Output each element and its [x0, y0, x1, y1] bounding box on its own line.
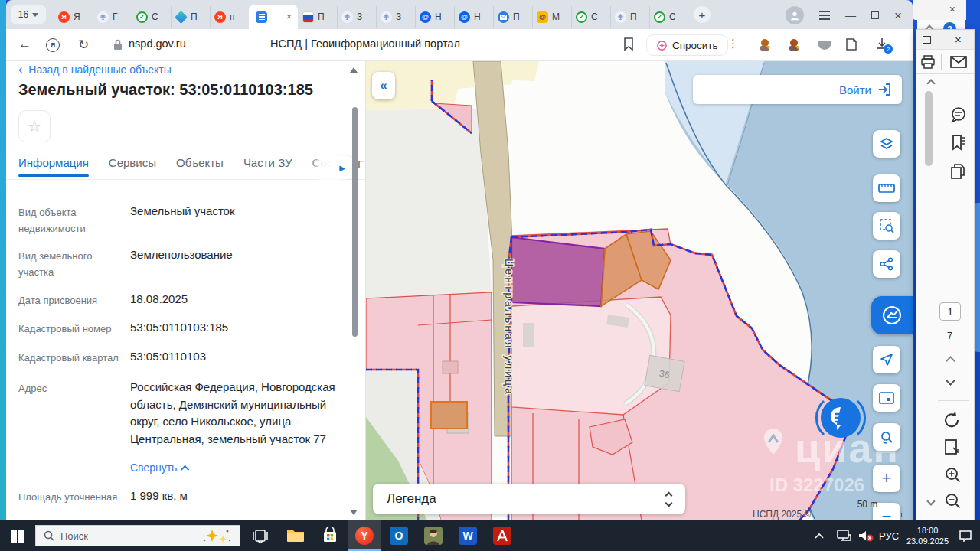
tab-information[interactable]: Информация — [18, 156, 89, 177]
close-button[interactable]: × — [955, 33, 962, 46]
page-number-input[interactable]: 1 — [939, 302, 961, 321]
close-button[interactable]: × — [894, 9, 902, 22]
copy-pages-icon[interactable] — [950, 163, 967, 180]
layers-button[interactable] — [873, 130, 900, 158]
scroll-up-icon[interactable] — [926, 79, 935, 87]
back-icon[interactable]: ← — [18, 37, 31, 52]
search-by-location-button[interactable] — [873, 423, 900, 451]
taskbar-search[interactable]: Поиск — [35, 525, 240, 546]
tab-envelope[interactable]: П — [493, 6, 532, 28]
back-to-results-link[interactable]: ‹ Назад в найденные объекты — [18, 63, 172, 77]
tab-mail-2[interactable]: @Н — [454, 6, 493, 28]
tab-yandex[interactable]: ЯЯ — [54, 6, 93, 28]
comment-icon[interactable] — [950, 106, 967, 123]
protect-icon[interactable] — [818, 41, 831, 50]
legend-expand-icon[interactable] — [666, 493, 671, 506]
ruler-button[interactable] — [873, 174, 900, 202]
tab-mailru[interactable]: @М — [532, 6, 571, 28]
bookmark-icon[interactable] — [623, 37, 634, 51]
microsoft-store-button[interactable] — [313, 520, 347, 551]
tabs-scroll-right-button[interactable]: ▶ — [331, 156, 354, 179]
word-button[interactable]: W — [451, 520, 485, 551]
zoom-out-icon[interactable] — [944, 492, 962, 510]
collections-icon[interactable] — [845, 37, 858, 51]
fit-page-icon[interactable] — [944, 439, 961, 457]
panel-scroll-down[interactable] — [350, 510, 358, 515]
tab-ruflag[interactable]: П — [298, 6, 337, 28]
extension-icon[interactable] — [758, 37, 772, 51]
print-icon[interactable] — [920, 55, 936, 69]
extension-icon[interactable] — [787, 37, 801, 51]
next-page-icon[interactable] — [946, 376, 956, 386]
tab-services[interactable]: Сервисы — [109, 156, 156, 177]
profile-avatar[interactable] — [786, 6, 804, 24]
tray-show-hidden[interactable] — [815, 520, 824, 551]
tab-gos-2[interactable]: З — [337, 6, 376, 28]
tab-parcel-parts[interactable]: Части ЗУ — [243, 156, 292, 177]
zoom-in-icon[interactable] — [944, 466, 962, 484]
rotate-icon[interactable] — [942, 411, 961, 429]
share-button[interactable] — [873, 250, 900, 278]
acrobat-button[interactable] — [485, 520, 519, 551]
volume-muted-icon[interactable] — [858, 520, 874, 551]
tab-nspd-active[interactable]: × — [249, 5, 298, 29]
previous-page-icon[interactable] — [946, 356, 956, 366]
notification-center-icon[interactable] — [959, 520, 972, 551]
tab-gos-3[interactable]: З — [376, 6, 415, 28]
outlook-button[interactable]: O — [382, 520, 416, 551]
tab-counter-button[interactable]: 16 — [11, 5, 46, 24]
panel-scroll-up[interactable] — [350, 67, 358, 73]
map-container[interactable]: 36 38 Центральная улица — [366, 61, 913, 520]
locate-button[interactable] — [873, 346, 900, 373]
tab-gosuslugi[interactable]: Г — [93, 6, 132, 28]
menu-icon[interactable] — [819, 8, 830, 22]
tab-objects[interactable]: Объекты — [176, 156, 224, 177]
tab-close-icon[interactable]: × — [286, 11, 292, 22]
tab-mail[interactable]: @Н — [415, 6, 454, 28]
language-indicator[interactable]: РУС — [879, 520, 899, 551]
url-text[interactable]: nspd.gov.ru — [129, 37, 186, 50]
tab-sber-2[interactable]: ✓С — [571, 6, 610, 28]
favorite-button[interactable]: ☆ — [18, 110, 51, 142]
chat-widget[interactable] — [810, 387, 871, 448]
parcel-selected[interactable] — [511, 237, 605, 306]
tab-yandex-2[interactable]: Яп — [210, 6, 249, 28]
tab-portal[interactable]: П — [171, 6, 210, 28]
tab-sber-3[interactable]: ✓С — [649, 6, 688, 28]
maximize-button[interactable] — [871, 11, 879, 19]
ask-alice-button[interactable]: Спросить — [646, 34, 728, 56]
login-button[interactable]: Войти — [693, 75, 902, 104]
downloads-icon[interactable]: 2 — [876, 37, 888, 51]
clock[interactable]: 18:0023.09.2025 — [906, 520, 954, 551]
user-photo-app-button[interactable] — [416, 520, 450, 551]
yandex-browser-button[interactable]: Y — [348, 520, 381, 551]
select-area-button[interactable] — [873, 212, 900, 240]
start-button[interactable] — [0, 520, 34, 551]
zoom-in-button[interactable]: + — [873, 465, 900, 492]
more-options-icon[interactable]: ⋮ — [727, 37, 739, 51]
tab-sber[interactable]: ✓С — [132, 6, 171, 28]
login-icon — [877, 83, 891, 96]
new-tab-button[interactable]: + — [694, 6, 710, 23]
pdf-scrollbar-thumb[interactable] — [925, 91, 933, 166]
refresh-icon[interactable]: ↻ — [78, 37, 89, 53]
maximize-button[interactable] — [923, 36, 931, 44]
bookmark-icon[interactable] — [950, 134, 967, 151]
yandex-home-icon[interactable]: Я — [46, 38, 60, 52]
file-explorer-button[interactable] — [279, 520, 312, 551]
scroll-down-icon[interactable] — [926, 497, 935, 505]
panel-scrollbar-thumb[interactable] — [352, 107, 358, 337]
close-icon[interactable]: × — [949, 3, 956, 15]
tab-strip: 16 ЯЯ Г ✓С П Яп × П З З @Н @Н П @М ✓С П … — [6, 0, 913, 29]
active-tool-button[interactable] — [871, 296, 913, 334]
collapse-address-link[interactable]: Свернуть — [130, 461, 189, 474]
email-icon[interactable] — [950, 56, 967, 68]
minimize-button[interactable]: — — [845, 10, 856, 21]
task-view-button[interactable] — [243, 520, 277, 551]
network-icon[interactable] — [836, 520, 851, 551]
tab-gos-4[interactable]: П — [610, 6, 649, 28]
field-row-clipped: Площадь — [18, 514, 352, 520]
panel-collapse-button[interactable]: « — [372, 72, 395, 99]
legend-bar[interactable]: Легенда — [373, 484, 685, 514]
overview-map-button[interactable] — [873, 384, 900, 412]
